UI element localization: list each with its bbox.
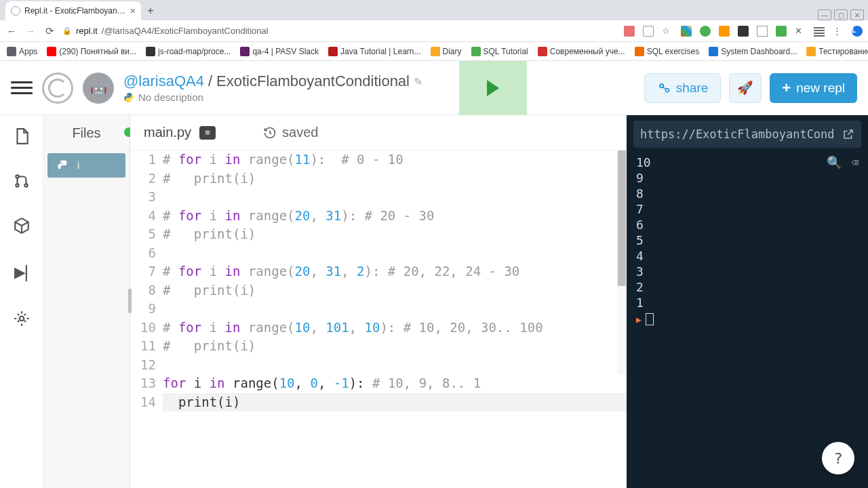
tab-title: Repl.it - ExoticFlamboyantCondi xyxy=(24,6,126,16)
project-user[interactable]: @larisaQA4 xyxy=(123,73,204,90)
bookmark-item[interactable]: SQL exercises xyxy=(635,47,700,56)
console-output[interactable]: 🔍 ⌫ 10987654321 ▶ xyxy=(627,148,868,488)
console-line: 10 xyxy=(636,155,859,170)
code-content[interactable]: # for i in range(11): # 0 - 10# print(i)… xyxy=(163,150,627,488)
main-area: ▶| Files i main.py ≡ saved 1234567891011… xyxy=(0,115,868,488)
console-line: 6 xyxy=(636,217,859,232)
ext-icon[interactable] xyxy=(624,26,635,37)
editor-tab[interactable]: main.py ≡ xyxy=(144,125,216,140)
new-tab-button[interactable]: + xyxy=(141,1,160,20)
svg-point-5 xyxy=(16,184,18,186)
url-box[interactable]: 🔒 repl.it/@larisaQA4/ExoticFlamboyantCon… xyxy=(62,26,617,36)
bookmark-icon xyxy=(240,47,250,56)
bookmark-item[interactable]: System Dashboard... xyxy=(709,47,797,56)
window-minimize-icon[interactable]: — xyxy=(818,9,831,20)
bookmark-item[interactable]: (290) Понятный ви... xyxy=(47,47,136,56)
ext-icon[interactable]: ✕ xyxy=(795,26,806,37)
clear-icon[interactable]: ⌫ xyxy=(851,155,859,170)
code-editor[interactable]: 1234567891011121314 # for i in range(11)… xyxy=(130,150,627,488)
project-name: ExoticFlamboyantConditional xyxy=(216,73,410,90)
bookmark-icon xyxy=(538,47,547,56)
ext-icon[interactable] xyxy=(776,26,787,37)
editor-pane: main.py ≡ saved 1234567891011121314 # fo… xyxy=(130,115,627,488)
bookmark-item[interactable]: Apps xyxy=(7,47,37,56)
bookmark-icon xyxy=(7,47,16,56)
console-line: 4 xyxy=(636,248,859,264)
hamburger-menu-icon[interactable] xyxy=(11,81,33,94)
title-separator: / xyxy=(208,73,212,90)
star-icon[interactable]: ☆ xyxy=(662,26,673,37)
ext-icon[interactable] xyxy=(700,26,711,37)
window-close-icon[interactable]: ✕ xyxy=(850,9,864,20)
bookmark-item[interactable]: Тестирование xyxy=(806,47,868,56)
svg-point-2 xyxy=(660,84,663,87)
tab-menu-icon[interactable]: ≡ xyxy=(199,126,216,140)
bookmark-label: js-road-map/proce... xyxy=(158,47,231,56)
bookmark-icon xyxy=(328,47,338,56)
output-pane: https://ExoticFlamboyantCondit 🔍 ⌫ 10987… xyxy=(627,115,868,488)
repl-header: 🤖 @larisaQA4/ExoticFlamboyantConditional… xyxy=(0,61,868,115)
files-pane: Files i xyxy=(43,115,130,488)
help-button[interactable]: ? xyxy=(822,442,854,474)
package-icon[interactable] xyxy=(13,217,31,235)
share-button[interactable]: share xyxy=(644,73,722,103)
close-tab-icon[interactable]: × xyxy=(130,5,136,16)
bookmark-icon xyxy=(431,47,440,56)
editor-filename: main.py xyxy=(144,125,191,140)
bookmark-item[interactable]: Java Tutorial | Learn... xyxy=(328,47,421,56)
edit-icon[interactable]: ✎ xyxy=(414,75,422,88)
bookmark-item[interactable]: Современный уче... xyxy=(538,47,625,56)
translate-icon[interactable] xyxy=(643,26,654,37)
address-bar: ← → ⟳ 🔒 repl.it/@larisaQA4/ExoticFlamboy… xyxy=(0,20,868,42)
bookmark-label: Diary xyxy=(443,47,462,56)
replit-favicon xyxy=(11,6,20,16)
forward-icon[interactable]: → xyxy=(24,25,37,37)
console-line: 7 xyxy=(636,201,859,217)
editor-scrollbar[interactable] xyxy=(617,150,627,374)
ext-icon[interactable] xyxy=(681,26,692,37)
new-repl-button[interactable]: + new repl xyxy=(770,73,857,103)
upgrade-button[interactable]: 🚀 xyxy=(729,73,762,103)
settings-icon[interactable] xyxy=(13,310,31,327)
window-controls: — ▢ ✕ xyxy=(818,8,868,20)
bookmark-label: (290) Понятный ви... xyxy=(59,47,136,56)
pane-resize-handle[interactable] xyxy=(128,289,132,313)
bookmark-label: Тестирование xyxy=(818,47,868,56)
file-icon[interactable] xyxy=(13,127,31,145)
ext-icon[interactable] xyxy=(738,26,749,37)
bookmark-label: System Dashboard... xyxy=(721,47,797,56)
open-external-icon[interactable] xyxy=(842,128,854,140)
bookmark-item[interactable]: js-road-map/proce... xyxy=(146,47,231,56)
window-maximize-icon[interactable]: ▢ xyxy=(834,9,848,20)
bookmark-label: Java Tutorial | Learn... xyxy=(340,47,421,56)
file-item[interactable]: i xyxy=(47,153,125,178)
ext-icon[interactable] xyxy=(719,26,730,37)
bookmark-label: qa-4 | PASV Slack xyxy=(252,47,319,56)
debugger-icon[interactable]: ▶| xyxy=(14,262,29,283)
scrollbar-thumb[interactable] xyxy=(618,150,626,286)
bookmark-item[interactable]: qa-4 | PASV Slack xyxy=(240,47,319,56)
profile-avatar[interactable]: L xyxy=(852,26,863,37)
bookmark-icon xyxy=(47,47,56,56)
output-url[interactable]: https://ExoticFlamboyantCondit xyxy=(640,127,835,141)
browser-tab[interactable]: Repl.it - ExoticFlamboyantCondi × xyxy=(5,1,141,20)
url-path: /@larisaQA4/ExoticFlamboyantConditional xyxy=(102,26,269,36)
back-icon[interactable]: ← xyxy=(5,25,18,37)
reload-icon[interactable]: ⟳ xyxy=(43,25,56,37)
menu-icon[interactable]: ⋮ xyxy=(833,26,844,37)
new-repl-label: new repl xyxy=(796,81,845,96)
svg-point-4 xyxy=(24,184,27,186)
run-button[interactable] xyxy=(459,61,527,115)
ext-icon[interactable] xyxy=(757,26,768,37)
bookmark-label: SQL Tutorial xyxy=(484,47,528,56)
bookmark-item[interactable]: Diary xyxy=(431,47,462,56)
saved-indicator: saved xyxy=(263,125,318,140)
console-prompt[interactable]: ▶ xyxy=(636,310,859,327)
search-icon[interactable]: 🔍 xyxy=(827,155,842,170)
prompt-caret-icon: ▶ xyxy=(636,314,642,325)
bookmark-item[interactable]: SQL Tutorial xyxy=(471,47,528,56)
rocket-icon: 🚀 xyxy=(737,80,753,96)
version-control-icon[interactable] xyxy=(13,172,31,190)
replit-logo-icon[interactable] xyxy=(42,73,73,104)
ext-icon[interactable] xyxy=(814,26,825,37)
